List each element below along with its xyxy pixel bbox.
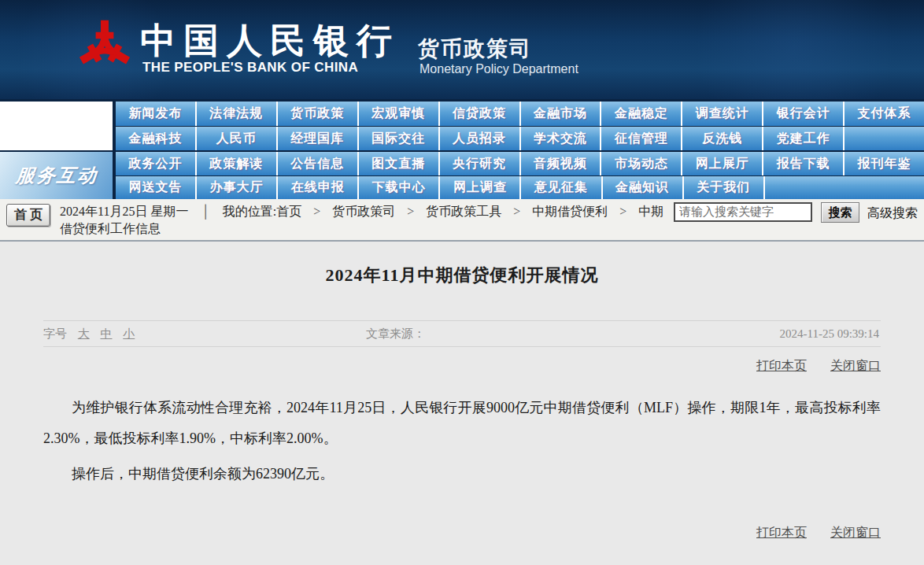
nav-item-gov-disclosure[interactable]: 政务公开	[116, 152, 197, 175]
nav-item-financial-stability[interactable]: 金融稳定	[601, 102, 682, 126]
font-size-medium-link[interactable]: 中	[101, 327, 113, 340]
breadcrumb: 2024年11月25日 星期一 │ 我的位置:首页 > 货币政策司 > 货币政策…	[60, 203, 675, 238]
nav-item-online-filing[interactable]: 在线申报	[278, 176, 359, 199]
article-source-label: 文章来源：	[366, 321, 425, 347]
article-paragraph: 为维护银行体系流动性合理充裕，2024年11月25日，人民银行开展9000亿元中…	[43, 393, 881, 454]
nav-item-credit-policy[interactable]: 信贷政策	[440, 102, 521, 126]
nav-item-online-exhibition[interactable]: 网上展厅	[682, 152, 763, 175]
nav-item-laws[interactable]: 法律法规	[197, 102, 278, 126]
department-name-chinese: 货币政策司	[418, 35, 532, 63]
service-interaction-tab[interactable]: 服务互动	[0, 152, 113, 199]
nav-row-3: 政务公开 政策解读 公告信息 图文直播 央行研究 音频视频 市场动态 网上展厅 …	[116, 152, 924, 175]
nav-item-web-notices[interactable]: 网送文告	[116, 176, 197, 199]
nav-item-empty	[765, 176, 924, 199]
nav-item-download-center[interactable]: 下载中心	[359, 176, 440, 199]
article-body: 为维护银行体系流动性合理充裕，2024年11月25日，人民银行开展9000亿元中…	[0, 393, 924, 489]
breadcrumb-item-mlf[interactable]: 中期借贷便利	[532, 205, 608, 218]
font-size-large-link[interactable]: 大	[78, 327, 90, 340]
nav-item-about-us[interactable]: 关于我们	[684, 176, 765, 199]
nav-item-research[interactable]: 央行研究	[440, 152, 521, 175]
nav-item-credit-reporting[interactable]: 征信管理	[601, 127, 682, 150]
home-button[interactable]: 首 页	[6, 204, 50, 227]
search-button[interactable]: 搜索	[821, 202, 859, 223]
breadcrumb-location-home[interactable]: 我的位置:首页	[223, 205, 301, 218]
nav-item-recruitment[interactable]: 人员招录	[440, 127, 521, 150]
nav-item-anti-money-laundering[interactable]: 反洗钱	[682, 127, 763, 150]
article-meta-row: 字号 大 中 小 文章来源： 2024-11-25 09:39:14	[43, 320, 881, 347]
nav-grid: 新闻发布 法律法规 货币政策 宏观审慎 信贷政策 金融市场 金融稳定 调查统计 …	[116, 99, 924, 199]
breadcrumb-item-policy-tools[interactable]: 货币政策工具	[426, 205, 501, 218]
nav-item-periodicals[interactable]: 报刊年鉴	[845, 152, 924, 175]
pboc-page: 中国人民银行 THE PEOPLE'S BANK OF CHINA 货币政策司 …	[0, 0, 924, 565]
bank-name-english: THE PEOPLE'S BANK OF CHINA	[142, 60, 358, 76]
print-page-link[interactable]: 打印本页	[756, 359, 807, 372]
nav-item-renminbi[interactable]: 人民币	[197, 127, 278, 150]
nav-row-4: 网送文告 办事大厅 在线申报 下载中心 网上调查 意见征集 金融知识 关于我们	[116, 176, 924, 199]
bank-name-chinese: 中国人民银行	[140, 17, 408, 65]
nav-item-report-download[interactable]: 报告下载	[763, 152, 845, 175]
date-text: 2024年11月25日 星期一	[60, 205, 188, 218]
nav-item-academic-exchange[interactable]: 学术交流	[521, 127, 602, 150]
font-size-small-link[interactable]: 小	[123, 327, 135, 340]
nav-item-treasury[interactable]: 经理国库	[278, 127, 359, 150]
breadcrumb-bar: 首 页 2024年11月25日 星期一 │ 我的位置:首页 > 货币政策司 > …	[0, 199, 924, 242]
nav-row-2: 金融科技 人民币 经理国库 国际交往 人员招录 学术交流 征信管理 反洗钱 党建…	[116, 127, 924, 150]
close-window-link[interactable]: 关闭窗口	[830, 526, 881, 539]
nav-item-solicit-opinions[interactable]: 意见征集	[521, 176, 602, 199]
article-title: 2024年11月中期借贷便利开展情况	[0, 264, 924, 287]
nav-row-1: 新闻发布 法律法规 货币政策 宏观审慎 信贷政策 金融市场 金融稳定 调查统计 …	[116, 102, 924, 126]
nav-item-financial-knowledge[interactable]: 金融知识	[603, 176, 684, 199]
font-size-label: 字号	[43, 327, 67, 340]
department-name-english: Monetary Policy Department	[419, 62, 578, 76]
site-header: 中国人民银行 THE PEOPLE'S BANK OF CHINA 货币政策司 …	[0, 0, 924, 99]
nav-item-empty	[845, 127, 924, 150]
nav-item-international[interactable]: 国际交往	[359, 127, 440, 150]
close-window-link[interactable]: 关闭窗口	[830, 359, 881, 372]
nav-item-fintech[interactable]: 金融科技	[116, 127, 197, 150]
breadcrumb-separator: >	[513, 205, 520, 218]
service-interaction-label: 服务互动	[14, 163, 98, 188]
nav-item-market-trends[interactable]: 市场动态	[601, 152, 682, 175]
breadcrumb-separator: >	[407, 205, 414, 218]
nav-item-payment-system[interactable]: 支付体系	[845, 102, 924, 126]
breadcrumb-separator: >	[619, 205, 626, 218]
search-input[interactable]	[674, 202, 812, 222]
article-actions-bottom: 打印本页 关闭窗口	[736, 525, 881, 541]
nav-item-news[interactable]: 新闻发布	[116, 102, 197, 126]
breadcrumb-item-department[interactable]: 货币政策司	[332, 205, 395, 218]
main-navigation: 服务互动 新闻发布 法律法规 货币政策 宏观审慎 信贷政策 金融市场 金融稳定 …	[0, 99, 924, 199]
nav-item-service-hall[interactable]: 办事大厅	[197, 176, 278, 199]
pboc-logo-icon	[76, 11, 134, 83]
nav-item-party-building[interactable]: 党建工作	[763, 127, 845, 150]
breadcrumb-divider: │	[201, 205, 209, 218]
nav-item-statistics[interactable]: 调查统计	[682, 102, 763, 126]
advanced-search-link[interactable]: 高级搜索	[867, 205, 918, 222]
nav-left-spacer	[0, 102, 113, 150]
nav-item-bank-accounting[interactable]: 银行会计	[763, 102, 845, 126]
nav-item-audio-video[interactable]: 音频视频	[521, 152, 602, 175]
nav-item-macroprudential[interactable]: 宏观审慎	[359, 102, 440, 126]
article-datetime: 2024-11-25 09:39:14	[779, 321, 879, 347]
nav-item-monetary-policy[interactable]: 货币政策	[278, 102, 359, 126]
nav-item-policy-interpretation[interactable]: 政策解读	[197, 152, 278, 175]
nav-item-online-survey[interactable]: 网上调查	[440, 176, 521, 199]
article-paragraph: 操作后，中期借贷便利余额为62390亿元。	[43, 459, 881, 489]
nav-item-live-broadcast[interactable]: 图文直播	[359, 152, 440, 175]
nav-item-announcements[interactable]: 公告信息	[278, 152, 359, 175]
print-page-link[interactable]: 打印本页	[756, 526, 807, 539]
breadcrumb-separator: >	[313, 205, 320, 218]
article-actions-top: 打印本页 关闭窗口	[736, 358, 881, 375]
article-content: 2024年11月中期借贷便利开展情况 字号 大 中 小 文章来源： 2024-1…	[0, 243, 924, 565]
nav-item-financial-markets[interactable]: 金融市场	[521, 102, 602, 126]
